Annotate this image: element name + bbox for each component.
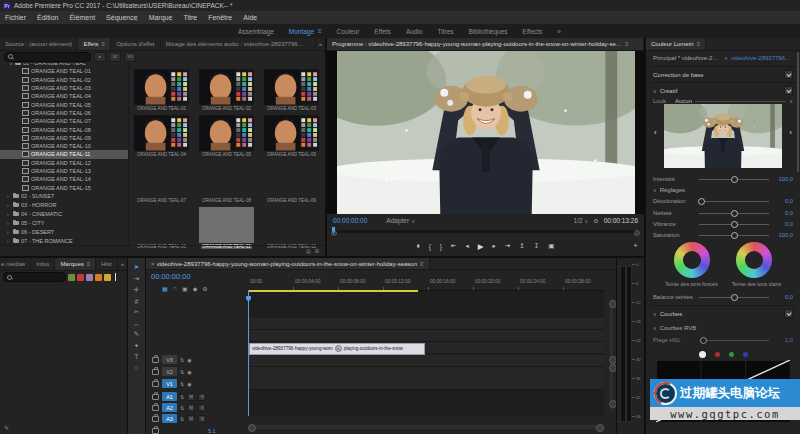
- track-lane-v2[interactable]: [248, 330, 604, 342]
- next-look-arrow[interactable]: ›: [789, 128, 792, 137]
- bin-item[interactable]: ORANGE AND TEAL-02: [0, 76, 128, 84]
- effects-search-input[interactable]: [4, 52, 91, 62]
- go-to-out-button[interactable]: ⇥: [505, 242, 510, 250]
- ripple-edit-tool[interactable]: ✛: [134, 286, 139, 294]
- tab-overflow-icon[interactable]: »: [316, 38, 325, 50]
- bin-item[interactable]: ORANGE AND TEAL-09: [0, 134, 128, 142]
- slider-handle[interactable]: [731, 210, 738, 217]
- track-header-a3[interactable]: A3 ⇅ M S: [146, 413, 246, 424]
- track-output-eye-icon[interactable]: ◉: [187, 357, 191, 363]
- bin-item[interactable]: ORANGE AND TEAL-06: [0, 109, 128, 117]
- type-tool[interactable]: T: [135, 353, 139, 360]
- tab-programme[interactable]: Programme : videohive-28937796-happy-you…: [327, 38, 644, 50]
- close-icon[interactable]: ×: [151, 261, 155, 267]
- preset-card[interactable]: ORANGE AND TEAL-06: [261, 111, 323, 157]
- track-header-a1[interactable]: A1 ⇅ M S: [146, 391, 246, 402]
- selection-tool[interactable]: ➤: [134, 263, 139, 271]
- menu-marque[interactable]: Marque: [149, 14, 173, 21]
- previous-look-arrow[interactable]: ‹: [654, 128, 657, 137]
- lift-button[interactable]: ↥: [519, 242, 524, 250]
- bin-item[interactable]: ORANGE AND TEAL-01: [0, 67, 128, 75]
- track-header-a2[interactable]: A2 ⇅ M S: [146, 402, 246, 413]
- clip-name-link[interactable]: videohive-28937796-hap...: [731, 55, 793, 61]
- mute-button[interactable]: M: [187, 393, 195, 401]
- decoloration-slider[interactable]: [699, 201, 769, 202]
- channel-blue-button[interactable]: [743, 352, 748, 357]
- add-marker-button[interactable]: ⬧: [417, 242, 420, 250]
- preset-card[interactable]: ORANGE AND TEAL-07: [131, 157, 193, 203]
- lock-icon[interactable]: [152, 381, 159, 387]
- snap-magnet-icon[interactable]: ∩: [173, 285, 177, 292]
- slider-handle[interactable]: [731, 294, 738, 301]
- track-output-eye-icon[interactable]: ◉: [187, 381, 191, 387]
- tab-sequence[interactable]: × videohive-28937796-happy-young-woman-p…: [146, 258, 430, 269]
- timeline-vertical-scrollbar[interactable]: [610, 298, 613, 410]
- vibrance-slider[interactable]: [699, 224, 769, 225]
- menu-sequence[interactable]: Séquence: [106, 14, 138, 21]
- track-target-v3[interactable]: V3: [162, 355, 177, 364]
- workspace-bibliotheques[interactable]: Bibliothèques: [469, 28, 508, 35]
- slider-handle[interactable]: [700, 337, 707, 344]
- panel-menu-icon[interactable]: ≡: [102, 41, 106, 47]
- workspace-effects[interactable]: Effects: [523, 28, 543, 35]
- preset-card[interactable]: ORANGE AND TEAL-10: [131, 203, 193, 249]
- pen-tool[interactable]: ✎: [134, 330, 139, 338]
- fit-dropdown[interactable]: Adapter∨: [386, 217, 414, 224]
- saturation-slider[interactable]: [699, 235, 769, 236]
- channel-master-button[interactable]: [699, 351, 706, 358]
- preset-card[interactable]: ORANGE AND TEAL-01: [131, 65, 193, 111]
- tab-infos[interactable]: Infos: [31, 258, 55, 270]
- bin-item[interactable]: ORANGE AND TEAL-14: [0, 175, 128, 183]
- menu-element[interactable]: Élément: [69, 14, 95, 21]
- bin-folder[interactable]: ›06 - DESERT: [0, 228, 128, 237]
- add-marker-icon[interactable]: ◆: [193, 285, 198, 292]
- bin-folder[interactable]: ›05 - CITY: [0, 219, 128, 228]
- look-preview[interactable]: [664, 104, 782, 168]
- linked-selection-icon[interactable]: ▣: [182, 285, 188, 292]
- program-scrubber[interactable]: [331, 228, 640, 235]
- zoom-tool[interactable]: ○: [135, 364, 139, 371]
- scrubber-track[interactable]: [331, 230, 640, 233]
- track-target-a1[interactable]: A1: [162, 392, 177, 401]
- go-to-in-button[interactable]: ⇤: [451, 242, 456, 250]
- workspace-menu-icon[interactable]: ≡: [318, 28, 322, 34]
- timeline-clip[interactable]: videohive-28937796-happy-young-wom fx pl…: [249, 343, 425, 355]
- preset-card[interactable]: ORANGE AND TEAL-08: [196, 157, 258, 203]
- workspace-overflow-icon[interactable]: »: [557, 28, 561, 35]
- marker-color-orange[interactable]: [95, 274, 102, 281]
- nest-toggle-icon[interactable]: ▦: [162, 285, 168, 292]
- section-checkbox[interactable]: [784, 309, 793, 318]
- sync-lock-icon[interactable]: ⇅: [180, 416, 184, 422]
- workspace-assemblage[interactable]: Assemblage: [238, 28, 274, 35]
- intensity-slider[interactable]: [699, 179, 769, 180]
- track-select-tool[interactable]: ⇥: [134, 275, 139, 283]
- marker-color-purple[interactable]: [86, 274, 93, 281]
- tab-marques[interactable]: Marques≡: [55, 258, 96, 270]
- slider-handle[interactable]: [698, 198, 705, 205]
- track-header-master[interactable]: 5.1: [146, 425, 246, 434]
- bin-item-selected[interactable]: ORANGE AND TEAL-11: [0, 150, 128, 158]
- preset-card[interactable]: ORANGE AND TEAL-04: [131, 111, 193, 157]
- lock-icon[interactable]: [152, 369, 159, 375]
- track-header-v3[interactable]: V3 ⇅ ◉: [146, 354, 246, 365]
- tab-couleur-lumetri[interactable]: Couleur Lumetri≡: [646, 38, 706, 50]
- mute-button[interactable]: M: [187, 415, 195, 423]
- tab-effets[interactable]: Effets≡: [78, 38, 111, 50]
- preset-card[interactable]: ORANGE AND TEAL-03: [261, 65, 323, 111]
- menu-aide[interactable]: Aide: [243, 14, 257, 21]
- new-preset-icon[interactable]: ⊞: [315, 248, 319, 254]
- section-correction-de-base[interactable]: Correction de base: [646, 68, 800, 81]
- bin-folder[interactable]: ›02 - SUNSET: [0, 192, 128, 201]
- shadow-tint-wheel[interactable]: [674, 242, 710, 278]
- workspace-effets[interactable]: Effets: [374, 28, 391, 35]
- section-courbes[interactable]: ∨ Courbes: [646, 307, 800, 320]
- slider-handle[interactable]: [731, 221, 738, 228]
- filter-32bit-button[interactable]: 32: [109, 52, 121, 62]
- step-back-button[interactable]: ◂: [465, 242, 468, 250]
- workspace-titres[interactable]: Titres: [438, 28, 454, 35]
- tab-media-browser[interactable]: e médias: [0, 258, 31, 270]
- section-checkbox[interactable]: [784, 70, 793, 79]
- workspace-montage[interactable]: Montage: [289, 28, 314, 35]
- mark-out-button[interactable]: }: [440, 243, 442, 250]
- menu-titre[interactable]: Titre: [183, 14, 197, 21]
